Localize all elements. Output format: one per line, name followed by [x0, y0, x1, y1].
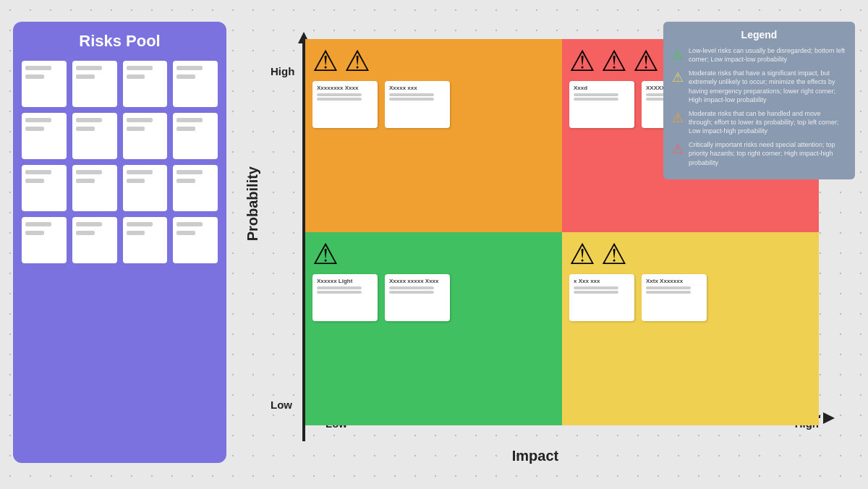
- risk-card[interactable]: Xxtx Xxxxxxx: [642, 274, 707, 321]
- pool-card[interactable]: [22, 165, 67, 211]
- risk-card-line: [574, 98, 618, 101]
- risk-card[interactable]: Xxxd: [569, 81, 634, 128]
- risk-card-title: Xxxxx xxxxx Xxxx: [389, 278, 446, 284]
- impact-label: Impact: [512, 448, 558, 464]
- pool-card[interactable]: [22, 61, 67, 107]
- risk-card-line: [389, 286, 434, 289]
- risks-pool-title: Risks Pool: [22, 32, 218, 51]
- risk-card-line: [646, 286, 691, 289]
- risk-card-line: [389, 93, 434, 96]
- risk-card[interactable]: x Xxx xxx: [569, 274, 634, 321]
- risk-card-line: [646, 291, 691, 294]
- legend-icon-yellow: ⚠: [672, 69, 684, 85]
- risk-card[interactable]: Xxxxx xxx: [385, 81, 450, 128]
- pool-card[interactable]: [123, 113, 168, 159]
- risk-card-line: [389, 291, 434, 294]
- prob-high-label: High: [271, 65, 294, 77]
- pool-card[interactable]: [123, 165, 168, 211]
- legend-text-red: Critically important risks need special …: [689, 140, 846, 166]
- quad-bottom-right[interactable]: ⚠ ⚠ x Xxx xxx Xxtx Xxxxxxx: [562, 232, 819, 425]
- warn-icons-bottom-left: ⚠: [312, 239, 555, 268]
- legend-item-orange: ⚠ Moderate risks that can be handled and…: [672, 109, 846, 135]
- quad-bottom-row: ⚠ Xxxxxx Light Xxxxx xxxxx Xxxx: [305, 232, 819, 425]
- risk-card-line: [574, 286, 618, 289]
- risk-card-line: [317, 93, 362, 96]
- risk-card-title: Xxtx Xxxxxxx: [646, 278, 702, 284]
- warning-icon: ⚠: [569, 46, 595, 75]
- pool-card[interactable]: [72, 113, 117, 159]
- pool-cards-grid: [22, 61, 218, 263]
- risk-card[interactable]: Xxxxxx Light: [312, 274, 378, 321]
- pool-card[interactable]: [173, 165, 218, 211]
- warning-icon: ⚠: [633, 46, 659, 75]
- legend-text-orange: Moderate risks that can be handled and m…: [689, 109, 846, 135]
- pool-card[interactable]: [173, 217, 218, 263]
- legend-text-green: Low-level risks can usually be disregard…: [689, 46, 846, 64]
- legend-title: Legend: [672, 29, 846, 41]
- pool-card[interactable]: [173, 61, 218, 107]
- quad-cards-bottom-left: Xxxxxx Light Xxxxx xxxxx Xxxx: [312, 274, 555, 321]
- warning-icon: ⚠: [312, 46, 339, 75]
- risk-card-title: Xxxxxxxx Xxxx: [317, 85, 373, 91]
- risk-card-title: x Xxx xxx: [574, 278, 630, 284]
- probability-label: Probability: [244, 166, 261, 241]
- risks-pool: Risks Pool: [13, 22, 226, 463]
- quad-top-left[interactable]: ⚠ ⚠ Xxxxxxxx Xxxx Xxxxx xxx: [305, 39, 562, 232]
- risk-card-title: Xxxxx xxx: [389, 85, 446, 91]
- pool-card[interactable]: [72, 61, 117, 107]
- warn-icons-bottom-right: ⚠ ⚠: [569, 239, 812, 268]
- quad-cards-bottom-right: x Xxx xxx Xxtx Xxxxxxx: [569, 274, 812, 321]
- risk-card[interactable]: Xxxxxxxx Xxxx: [312, 81, 378, 128]
- risk-card-line: [389, 98, 434, 101]
- warning-icon: ⚠: [312, 239, 339, 268]
- risk-card-line: [317, 286, 362, 289]
- legend-item-yellow: ⚠ Moderate risks that have a significant…: [672, 69, 846, 104]
- legend-item-green: ⚠ Low-level risks can usually be disrega…: [672, 46, 846, 64]
- quad-cards-top-left: Xxxxxxxx Xxxx Xxxxx xxx: [312, 81, 555, 128]
- risk-card-line: [574, 93, 618, 96]
- quad-bottom-left[interactable]: ⚠ Xxxxxx Light Xxxxx xxxxx Xxxx: [305, 232, 562, 425]
- pool-card[interactable]: [173, 113, 218, 159]
- x-axis-arrow: [823, 412, 835, 424]
- pool-card[interactable]: [22, 113, 67, 159]
- legend-icon-red: ⚠: [672, 141, 684, 157]
- warning-icon: ⚠: [344, 46, 370, 75]
- legend-icon-orange: ⚠: [672, 110, 684, 126]
- risk-card-title: Xxxxxx Light: [317, 278, 373, 284]
- risk-card-title: Xxxd: [574, 85, 630, 91]
- warning-icon: ⚠: [601, 46, 627, 75]
- pool-card[interactable]: [72, 217, 117, 263]
- pool-card[interactable]: [123, 217, 168, 263]
- legend-text-yellow: Moderate risks that have a significant i…: [689, 69, 846, 104]
- risk-card[interactable]: Xxxxx xxxxx Xxxx: [385, 274, 450, 321]
- prob-low-label: Low: [271, 399, 292, 411]
- pool-card[interactable]: [72, 165, 117, 211]
- legend-item-red: ⚠ Critically important risks need specia…: [672, 140, 846, 166]
- warn-icons-top-left: ⚠ ⚠: [312, 46, 555, 75]
- pool-card[interactable]: [22, 217, 67, 263]
- risk-card-line: [317, 291, 362, 294]
- pool-card[interactable]: [123, 61, 168, 107]
- warning-icon: ⚠: [601, 239, 627, 268]
- legend-icon-green: ⚠: [672, 47, 684, 63]
- warning-icon: ⚠: [569, 239, 595, 268]
- risk-card-line: [317, 98, 362, 101]
- risk-card-line: [574, 291, 618, 294]
- legend: Legend ⚠ Low-level risks can usually be …: [663, 22, 855, 179]
